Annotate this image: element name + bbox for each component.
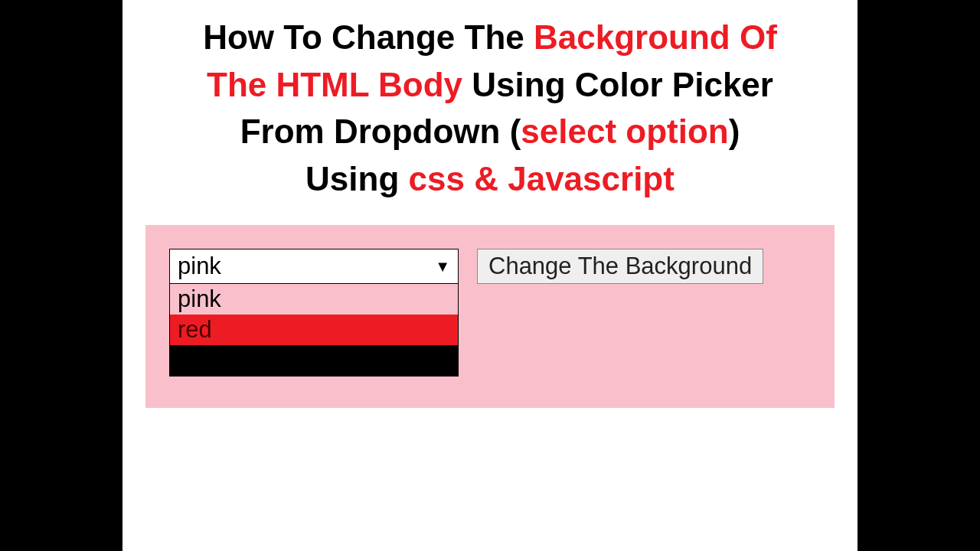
chevron-down-icon: ▼ — [435, 259, 450, 274]
option-label: pink — [178, 285, 221, 313]
demo-panel: pink ▼ pink red Change The Background — [145, 225, 835, 408]
title-text: ) — [729, 112, 740, 150]
selected-value: pink — [178, 253, 221, 280]
controls-row: pink ▼ pink red Change The Background — [169, 249, 811, 377]
option-pink[interactable]: pink — [170, 284, 458, 315]
content-stage: How To Change The Background Of The HTML… — [122, 0, 858, 551]
option-black[interactable] — [170, 345, 458, 376]
button-label: Change The Background — [488, 253, 752, 280]
color-options-list: pink red — [169, 284, 459, 377]
page-title: How To Change The Background Of The HTML… — [145, 14, 835, 202]
title-highlight: css & Javascript — [409, 160, 675, 197]
change-background-button[interactable]: Change The Background — [477, 249, 763, 284]
title-highlight: The HTML Body — [207, 66, 462, 103]
title-highlight: Background Of — [534, 18, 777, 56]
option-red[interactable]: red — [170, 315, 458, 345]
title-text: From Dropdown ( — [240, 112, 521, 150]
title-highlight: select option — [521, 112, 728, 150]
title-text: Using — [305, 160, 408, 197]
title-text: Using Color Picker — [462, 66, 773, 103]
title-text: How To Change The — [203, 18, 534, 56]
option-label: red — [178, 316, 212, 344]
color-select[interactable]: pink ▼ — [169, 249, 459, 284]
color-select-wrap: pink ▼ pink red — [169, 249, 459, 377]
